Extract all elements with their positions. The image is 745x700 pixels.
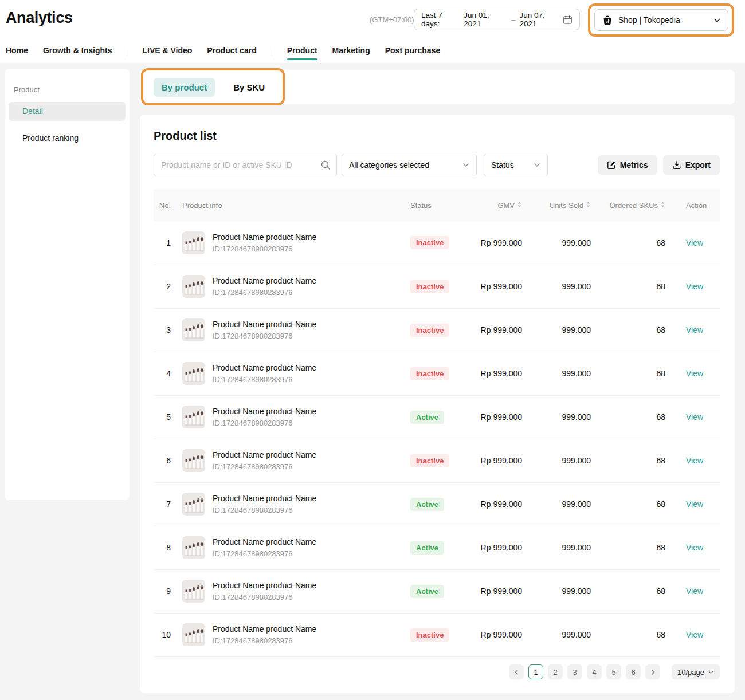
view-link[interactable]: View (686, 456, 703, 465)
pagination-page-button[interactable]: 3 (567, 664, 582, 679)
timezone-label: (GTM+07:00) (370, 15, 414, 24)
product-text: Product Name product Name ID:17284678980… (213, 407, 316, 428)
product-id: ID:17284678980283976 (213, 288, 316, 297)
column-header-units-sold[interactable]: Units Sold (527, 189, 596, 221)
product-list-card: Product list All categories selected Sta… (140, 115, 735, 693)
pagination-page-button[interactable]: 4 (587, 664, 602, 679)
units-sold-value: 999.000 (527, 526, 596, 569)
date-range-picker[interactable]: Last 7 days: Jun 01, 2021 – Jun 07, 2021 (414, 9, 580, 30)
chevron-down-icon (713, 17, 721, 24)
nav-item-marketing[interactable]: Marketing (332, 46, 370, 56)
pagination-page-button[interactable]: 5 (606, 664, 621, 679)
product-name: Product Name product Name (213, 233, 316, 243)
view-link[interactable]: View (686, 325, 703, 335)
sort-icon[interactable] (586, 201, 591, 210)
nav-item-post-purchase[interactable]: Post purchase (385, 46, 440, 56)
view-link[interactable]: View (686, 238, 703, 247)
table-header: No. Product info Status GMV Units Sold O… (154, 189, 720, 221)
view-link[interactable]: View (686, 412, 703, 422)
units-sold-value: 999.000 (527, 439, 596, 482)
pagination-next-button[interactable] (645, 664, 660, 679)
product-id: ID:17284678980283976 (213, 506, 316, 514)
row-number: 1 (154, 221, 181, 265)
gmv-value: Rp 999.000 (463, 526, 527, 569)
row-number: 4 (154, 352, 181, 395)
tab-by-product[interactable]: By product (154, 78, 215, 97)
product-info-cell: Product Name product Name ID:17284678980… (182, 623, 406, 646)
column-header-ordered-skus[interactable]: Ordered SKUs (596, 189, 670, 221)
nav-item-growth-insights[interactable]: Growth & Insights (43, 46, 112, 56)
tab-by-sku[interactable]: By SKU (233, 82, 265, 92)
pagination-page-button[interactable]: 1 (528, 664, 543, 679)
row-number: 3 (154, 308, 181, 352)
product-image (182, 406, 205, 428)
product-name: Product Name product Name (213, 276, 316, 286)
nav-item-product[interactable]: Product (287, 46, 317, 56)
units-sold-value: 999.000 (527, 308, 596, 352)
sort-icon[interactable] (517, 201, 522, 210)
product-name: Product Name product Name (213, 450, 316, 461)
product-image (182, 536, 205, 559)
pagination-prev-button[interactable] (509, 664, 524, 679)
product-info-cell: Product Name product Name ID:17284678980… (182, 536, 406, 559)
view-link[interactable]: View (686, 630, 703, 639)
sidebar-section-label: Product (14, 85, 130, 94)
chevron-down-icon (708, 669, 714, 675)
view-link[interactable]: View (686, 587, 703, 596)
nav-item-home[interactable]: Home (6, 46, 28, 56)
product-info-cell: Product Name product Name ID:17284678980… (182, 231, 406, 254)
view-link[interactable]: View (686, 543, 703, 552)
pagination-page-button[interactable]: 2 (548, 664, 563, 679)
product-id: ID:17284678980283976 (213, 593, 316, 601)
categories-select[interactable]: All categories selected (342, 154, 477, 176)
status-badge: Inactive (410, 628, 449, 642)
sidebar-item-product-ranking[interactable]: Product ranking (9, 129, 126, 148)
pagination-pages: 1 2 3 4 5 6 (528, 664, 641, 679)
view-link[interactable]: View (686, 369, 703, 378)
status-select[interactable]: Status (484, 154, 548, 176)
product-image (182, 231, 205, 254)
ordered-skus-value: 68 (596, 569, 670, 613)
download-icon (672, 160, 681, 170)
chevron-down-icon (534, 162, 540, 168)
row-number: 2 (154, 265, 181, 308)
ordered-skus-value: 68 (596, 221, 670, 265)
search-input[interactable] (154, 154, 337, 176)
product-text: Product Name product Name ID:17284678980… (213, 537, 316, 559)
units-sold-value: 999.000 (527, 482, 596, 526)
ordered-skus-value: 68 (596, 352, 670, 395)
nav-divider (127, 46, 127, 56)
date-range-prefix: Last 7 days: (421, 11, 462, 28)
row-number: 6 (154, 439, 181, 482)
ordered-skus-value: 68 (596, 526, 670, 569)
nav-divider (272, 46, 272, 56)
page-size-select[interactable]: 10/page (672, 664, 720, 679)
status-badge: Inactive (410, 367, 449, 380)
table-row: 5 (154, 395, 720, 439)
product-image (182, 493, 205, 516)
nav-item-product-card[interactable]: Product card (207, 46, 256, 56)
table-row: 8 (154, 526, 720, 569)
column-header-gmv[interactable]: GMV (463, 189, 527, 221)
export-button[interactable]: Export (663, 155, 720, 175)
row-number: 7 (154, 482, 181, 526)
table-row: 6 (154, 439, 720, 482)
gmv-value: Rp 999.000 (463, 395, 527, 439)
metrics-button[interactable]: Metrics (598, 155, 657, 175)
row-number: 10 (154, 613, 181, 656)
nav-item-live-video[interactable]: LIVE & Video (142, 46, 192, 56)
sidebar-item-detail[interactable]: Detail (9, 102, 126, 121)
view-link[interactable]: View (686, 282, 703, 291)
shop-selector[interactable]: Shop | Tokopedia (594, 9, 728, 31)
ordered-skus-header-label: Ordered SKUs (609, 201, 658, 210)
topbar-divider (586, 13, 586, 27)
sort-icon[interactable] (660, 201, 665, 210)
table-row: 1 (154, 221, 720, 265)
view-link[interactable]: View (686, 500, 703, 509)
product-name: Product Name product Name (213, 624, 316, 635)
pagination-page-button[interactable]: 6 (626, 664, 641, 679)
gmv-header-label: GMV (497, 201, 515, 210)
status-badge: Inactive (410, 236, 449, 249)
tiktok-shop-bag-icon (602, 14, 613, 26)
filter-row: All categories selected Status (154, 154, 548, 176)
